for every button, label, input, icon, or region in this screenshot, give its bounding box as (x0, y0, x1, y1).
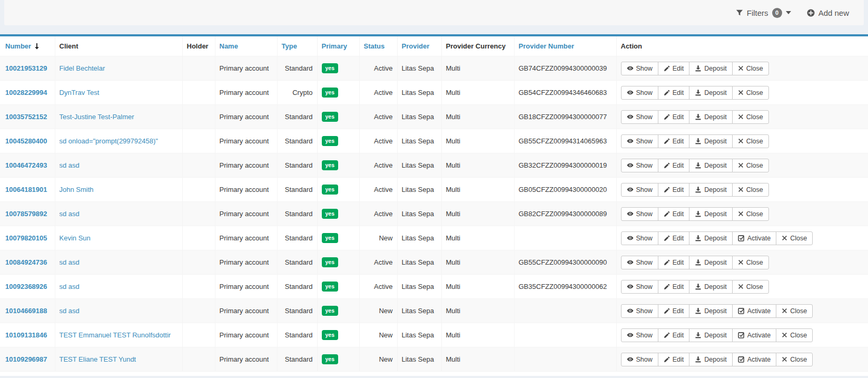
client-link[interactable]: sd asd (60, 258, 80, 266)
show-button[interactable]: Show (621, 134, 658, 148)
show-button[interactable]: Show (621, 328, 658, 342)
account-number-link[interactable]: 10045280400 (5, 137, 47, 145)
account-number-link[interactable]: 10035752152 (5, 113, 47, 121)
add-new-button[interactable]: Add new (807, 8, 849, 17)
client-link[interactable]: Fidel Bechtelar (60, 64, 105, 72)
deposit-button[interactable]: Deposit (689, 183, 732, 197)
close-button[interactable]: Close (732, 110, 769, 124)
account-number-link[interactable]: 10109131846 (5, 331, 47, 339)
account-number-link[interactable]: 10064181901 (5, 186, 47, 193)
account-number-link[interactable]: 10079820105 (5, 234, 47, 242)
provider-cell: Litas Sepa (397, 226, 441, 250)
close-button[interactable]: Close (732, 280, 769, 294)
close-button[interactable]: Close (732, 134, 769, 148)
deposit-button[interactable]: Deposit (689, 256, 732, 269)
close-button[interactable]: Close (776, 231, 813, 245)
deposit-button[interactable]: Deposit (689, 207, 732, 221)
client-link[interactable]: Test-Justine Test-Palmer (60, 113, 134, 121)
activate-button[interactable]: Activate (732, 353, 776, 366)
show-button[interactable]: Show (621, 183, 658, 197)
edit-button[interactable]: Edit (658, 304, 690, 318)
close-button[interactable]: Close (732, 207, 769, 221)
holder-cell (182, 275, 215, 299)
client-link[interactable]: John Smith (60, 186, 94, 193)
close-button[interactable]: Close (732, 86, 769, 100)
deposit-button[interactable]: Deposit (689, 86, 732, 100)
edit-button[interactable]: Edit (658, 134, 690, 148)
column-header-type[interactable]: Type (277, 36, 317, 56)
edit-button[interactable]: Edit (658, 86, 690, 100)
show-button[interactable]: Show (621, 62, 658, 75)
activate-button[interactable]: Activate (732, 304, 776, 318)
activate-button[interactable]: Activate (732, 231, 776, 245)
edit-button[interactable]: Edit (658, 159, 690, 172)
account-number-link[interactable]: 10028229994 (5, 89, 47, 96)
column-header-primary[interactable]: Primary (317, 36, 359, 56)
action-button-group: ShowEditDepositActivateClose (621, 231, 813, 245)
deposit-button[interactable]: Deposit (689, 280, 732, 294)
show-button[interactable]: Show (621, 304, 658, 318)
client-link[interactable]: sd asd (60, 307, 80, 315)
filters-dropdown[interactable]: Filters 0 (736, 8, 791, 18)
close-button[interactable]: Close (776, 353, 813, 366)
activate-button[interactable]: Activate (732, 328, 776, 342)
edit-button[interactable]: Edit (658, 328, 690, 342)
client-link[interactable]: sd asd (60, 210, 80, 218)
client-link[interactable]: sd onload="prompt(299792458)" (60, 137, 158, 145)
column-header-number[interactable]: Number (0, 36, 55, 56)
close-button[interactable]: Close (776, 328, 813, 342)
account-number-link[interactable]: 10084924736 (5, 258, 47, 266)
close-button[interactable]: Close (776, 304, 813, 318)
client-link[interactable]: TEST Emmanuel TEST Runolfsdottir (60, 331, 171, 339)
column-header-status[interactable]: Status (359, 36, 397, 56)
deposit-button[interactable]: Deposit (689, 304, 732, 318)
account-number-link[interactable]: 10092368926 (5, 283, 47, 290)
edit-button[interactable]: Edit (658, 280, 690, 294)
close-button[interactable]: Close (732, 256, 769, 269)
deposit-button[interactable]: Deposit (689, 134, 732, 148)
deposit-button[interactable]: Deposit (689, 231, 732, 245)
show-button[interactable]: Show (621, 207, 658, 221)
client-link[interactable]: sd asd (60, 161, 80, 169)
show-button[interactable]: Show (621, 110, 658, 124)
edit-button[interactable]: Edit (658, 256, 690, 269)
account-number-link[interactable]: 10109296987 (5, 355, 47, 363)
client-link[interactable]: DynTrav Test (60, 89, 100, 96)
close-button[interactable]: Close (732, 62, 769, 75)
show-button[interactable]: Show (621, 256, 658, 269)
client-link[interactable]: Kevin Sun (60, 234, 91, 242)
column-header-provider-number[interactable]: Provider Number (514, 36, 616, 56)
close-button[interactable]: Close (732, 159, 769, 172)
account-number-link[interactable]: 10104669188 (5, 307, 47, 315)
provider-number-cell: GB35CFZZ00994300000062 (514, 275, 616, 299)
deposit-button[interactable]: Deposit (689, 110, 732, 124)
edit-button[interactable]: Edit (658, 110, 690, 124)
client-link[interactable]: TEST Eliane TEST Yundt (60, 355, 136, 363)
deposit-button[interactable]: Deposit (689, 353, 732, 366)
account-number-link[interactable]: 10021953129 (5, 64, 47, 72)
show-button[interactable]: Show (621, 231, 658, 245)
deposit-button[interactable]: Deposit (689, 159, 732, 172)
provider-number-cell: GB05CFZZ00994300000020 (514, 178, 616, 202)
column-header-name[interactable]: Name (215, 36, 277, 56)
client-link[interactable]: sd asd (60, 283, 80, 290)
column-header-provider[interactable]: Provider (397, 36, 441, 56)
show-button[interactable]: Show (621, 280, 658, 294)
eye-icon (627, 162, 634, 169)
account-number-link[interactable]: 10078579892 (5, 210, 47, 218)
show-button[interactable]: Show (621, 353, 658, 366)
close-button[interactable]: Close (732, 183, 769, 197)
edit-button[interactable]: Edit (658, 231, 690, 245)
button-label: Edit (673, 283, 684, 290)
account-number-link[interactable]: 10046472493 (5, 161, 47, 169)
edit-button[interactable]: Edit (658, 183, 690, 197)
edit-button[interactable]: Edit (658, 62, 690, 75)
show-button[interactable]: Show (621, 159, 658, 172)
edit-button[interactable]: Edit (658, 353, 690, 366)
deposit-button[interactable]: Deposit (689, 328, 732, 342)
deposit-button[interactable]: Deposit (689, 62, 732, 75)
edit-button[interactable]: Edit (658, 207, 690, 221)
show-button[interactable]: Show (621, 86, 658, 100)
button-label: Edit (673, 89, 684, 96)
type-cell: Standard (277, 153, 317, 178)
